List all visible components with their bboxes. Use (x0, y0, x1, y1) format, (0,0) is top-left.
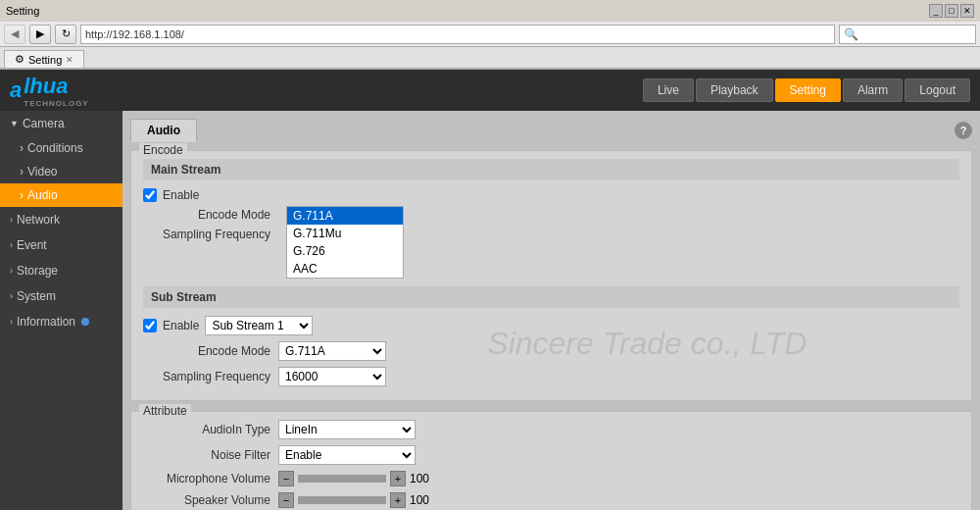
microphone-slider-track[interactable] (298, 475, 386, 483)
microphone-volume-label: Microphone Volume (143, 472, 270, 485)
sidebar-information-label: Information (17, 315, 75, 329)
noise-filter-select[interactable]: Enable Disable (278, 445, 416, 465)
sidebar-system-label: System (17, 289, 56, 303)
address-text: http://192.168.1.108/ (85, 28, 184, 40)
sidebar-section-information[interactable]: › Information (0, 309, 122, 334)
nav-playback-button[interactable]: Playback (696, 78, 773, 102)
logo-text: a (10, 77, 22, 103)
main-panel: Audio ? Encode Main Stream Enable Encode… (122, 111, 980, 510)
audio-tab[interactable]: Audio (130, 119, 197, 142)
forward-button[interactable]: ▶ (29, 25, 51, 44)
close-window-button[interactable]: ✕ (960, 4, 974, 18)
main-stream-form: Encode Mode Sampling Frequency G.711A G.… (143, 208, 959, 279)
encode-mode-row: Encode Mode (143, 208, 270, 222)
audio-arrow-icon: › (20, 188, 24, 202)
microphone-minus-button[interactable]: − (278, 471, 294, 486)
nav-bar: ◀ ▶ ↻ http://192.168.1.108/ 🔍 (0, 22, 980, 47)
logo-brand: lhua (24, 74, 68, 98)
encode-mode-label: Encode Mode (143, 208, 270, 222)
nav-logout-button[interactable]: Logout (905, 78, 970, 102)
sub-enable-checkbox[interactable] (143, 319, 157, 332)
attribute-section-label: Attribute (139, 404, 191, 418)
information-dot-icon (81, 318, 89, 326)
help-icon[interactable]: ? (955, 122, 972, 139)
camera-arrow-icon: ▼ (10, 119, 19, 128)
speaker-volume-row: Speaker Volume − + 100 (143, 492, 959, 508)
sidebar-conditions-label: Conditions (27, 141, 83, 155)
search-icon: 🔍 (844, 27, 858, 41)
tab-close-icon[interactable]: ✕ (66, 55, 74, 65)
microphone-volume-slider: − + 100 (278, 471, 429, 486)
speaker-minus-button[interactable]: − (278, 492, 294, 508)
sidebar-section-event[interactable]: › Event (0, 232, 122, 258)
event-arrow-icon: › (10, 240, 13, 250)
sub-encode-mode-select[interactable]: G.711A (278, 341, 386, 361)
browser-tab[interactable]: ⚙ Setting ✕ (4, 50, 84, 68)
sidebar-storage-label: Storage (17, 264, 58, 278)
microphone-slider-fill (299, 476, 385, 482)
speaker-volume-value: 100 (410, 493, 429, 507)
main-enable-label: Enable (163, 188, 199, 202)
header-nav: Live Playback Setting Alarm Logout (643, 78, 970, 102)
logo-subtitle: TECHNOLOGY (24, 99, 88, 108)
sampling-freq-row: Sampling Frequency (143, 228, 270, 241)
content-area: ▼ Camera › Conditions › Video › Audio › … (0, 111, 980, 510)
information-arrow-icon: › (10, 317, 13, 327)
sidebar-item-conditions[interactable]: › Conditions (0, 136, 122, 160)
sidebar: ▼ Camera › Conditions › Video › Audio › … (0, 111, 122, 510)
encode-mode-listbox[interactable]: G.711A G.711Mu G.726 AAC (286, 206, 404, 279)
conditions-arrow-icon: › (20, 141, 24, 155)
sidebar-section-system[interactable]: › System (0, 283, 122, 309)
microphone-plus-button[interactable]: + (390, 471, 406, 486)
main-enable-checkbox[interactable] (143, 188, 157, 202)
title-bar: Setting _ □ ✕ (0, 0, 980, 22)
sub-stream-select[interactable]: Sub Stream 1 Sub Stream 2 (205, 316, 313, 335)
minimize-button[interactable]: _ (929, 4, 943, 18)
sidebar-section-camera-label: Camera (23, 117, 65, 130)
encode-option-g711mu[interactable]: G.711Mu (287, 225, 403, 242)
title-bar-controls: _ □ ✕ (929, 4, 974, 18)
encode-section-label: Encode (139, 143, 187, 157)
search-bar[interactable]: 🔍 (839, 25, 976, 44)
back-button[interactable]: ◀ (4, 25, 25, 44)
sub-sampling-freq-select[interactable]: 16000 8000 (278, 367, 386, 386)
speaker-plus-button[interactable]: + (390, 492, 406, 508)
nav-alarm-button[interactable]: Alarm (843, 78, 903, 102)
nav-live-button[interactable]: Live (643, 78, 694, 102)
system-arrow-icon: › (10, 291, 13, 301)
speaker-slider-track[interactable] (298, 496, 386, 504)
reload-button[interactable]: ↻ (55, 25, 76, 44)
encode-option-aac[interactable]: AAC (287, 260, 403, 278)
title-bar-left: Setting (6, 5, 39, 17)
sub-stream-label: Sub Stream (143, 286, 959, 308)
audio-in-type-select[interactable]: LineIn Mic (278, 420, 416, 439)
sidebar-audio-label: Audio (27, 188, 58, 202)
encode-option-g726[interactable]: G.726 (287, 242, 403, 260)
main-stream-label: Main Stream (143, 159, 959, 180)
app-header: a lhua TECHNOLOGY Live Playback Setting … (0, 70, 980, 111)
speaker-volume-label: Speaker Volume (143, 493, 270, 507)
encode-option-g711a[interactable]: G.711A (287, 207, 403, 225)
encode-section: Encode Main Stream Enable Encode Mode Sa… (130, 150, 972, 401)
sub-sampling-freq-row: Sampling Frequency 16000 8000 (143, 367, 959, 386)
main-stream-fields: Encode Mode Sampling Frequency (143, 208, 270, 247)
title-bar-title: Setting (6, 5, 39, 17)
address-bar[interactable]: http://192.168.1.108/ (80, 25, 835, 44)
sidebar-section-camera[interactable]: ▼ Camera (0, 111, 122, 136)
nav-setting-button[interactable]: Setting (775, 78, 841, 102)
sidebar-section-network[interactable]: › Network (0, 207, 122, 232)
storage-arrow-icon: › (10, 266, 13, 276)
sidebar-item-video[interactable]: › Video (0, 160, 122, 183)
network-arrow-icon: › (10, 215, 13, 225)
audio-in-type-row: AudioIn Type LineIn Mic (143, 420, 959, 439)
maximize-button[interactable]: □ (945, 4, 958, 18)
sub-encode-mode-label: Encode Mode (143, 344, 270, 358)
sidebar-item-audio[interactable]: › Audio (0, 183, 122, 207)
video-arrow-icon: › (20, 165, 24, 178)
noise-filter-row: Noise Filter Enable Disable (143, 445, 959, 465)
tab-title: Setting (28, 54, 62, 66)
main-enable-row: Enable (143, 188, 959, 202)
browser-chrome: Setting _ □ ✕ ◀ ▶ ↻ http://192.168.1.108… (0, 0, 980, 70)
noise-filter-label: Noise Filter (143, 448, 270, 462)
sidebar-section-storage[interactable]: › Storage (0, 258, 122, 283)
